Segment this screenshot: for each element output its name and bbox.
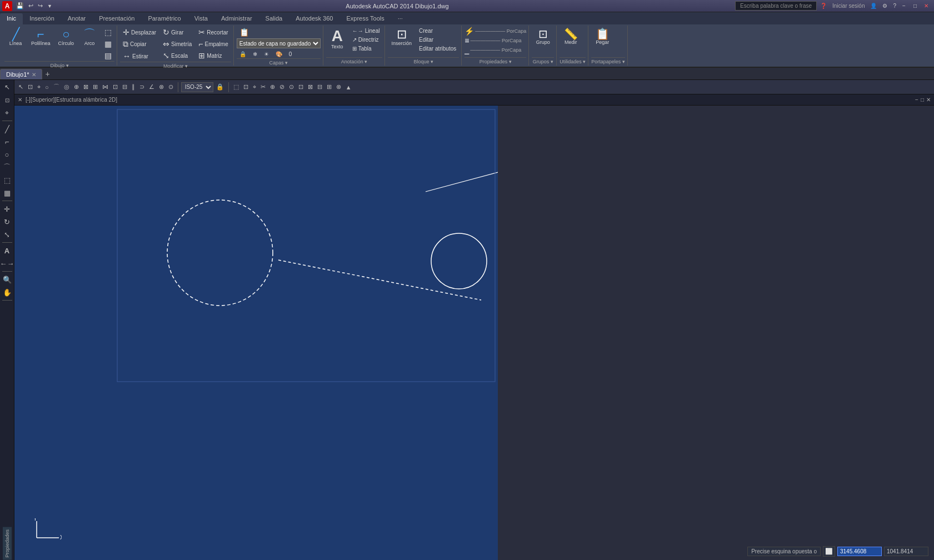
st-btn9[interactable]: ⊞ <box>91 83 99 91</box>
tool-line[interactable]: ╱ <box>1 123 13 135</box>
lineal-button[interactable]: ←→ Lineal <box>349 27 383 35</box>
doc-tab-close[interactable]: ✕ <box>32 72 36 78</box>
polilinea-button[interactable]: ⌐ Polilínea <box>28 27 54 48</box>
tool-zoom[interactable]: 🔍 <box>1 273 13 286</box>
st-view11[interactable]: ⊞ <box>325 83 333 91</box>
login-button[interactable]: Iniciar sesión <box>830 2 867 9</box>
tab-anotar[interactable]: Anotar <box>61 13 92 24</box>
girar-button[interactable]: ↻ Girar <box>160 27 194 38</box>
st-btn8[interactable]: ⊠ <box>82 83 90 91</box>
tool-select[interactable]: ↖ <box>1 81 13 93</box>
tab-inic[interactable]: Inic <box>0 13 23 24</box>
tab-insercion[interactable]: Inserción <box>23 13 61 24</box>
undo-button[interactable]: ↩ <box>27 2 35 10</box>
texto-button[interactable]: A Texto <box>326 27 348 51</box>
settings-icon[interactable]: ⚙ <box>880 2 890 9</box>
doc-tab-dibujo1[interactable]: Dibujo1* ✕ <box>0 69 42 79</box>
st-view13[interactable]: ▲ <box>344 83 353 91</box>
st-btn12[interactable]: ⊟ <box>121 83 129 91</box>
recortar-button[interactable]: ✂ Recortar <box>196 27 231 38</box>
layer-color[interactable]: 🎨 <box>273 50 285 58</box>
coord-dropdown[interactable]: ⬜ <box>823 546 835 557</box>
st-view9[interactable]: ⊠ <box>306 83 314 91</box>
app-icon[interactable]: A <box>2 1 12 11</box>
drawing-close-btn[interactable]: ✕ <box>926 97 931 103</box>
st-view10[interactable]: ⊟ <box>316 83 324 91</box>
estirar-button[interactable]: ↔ Estirar <box>120 51 159 62</box>
st-view2[interactable]: ⊡ <box>242 83 250 91</box>
hatch-button[interactable]: ▦ <box>102 38 114 49</box>
st-scale-lock[interactable]: 🔒 <box>214 83 226 91</box>
matriz-button[interactable]: ⊞ Matriz <box>196 50 231 61</box>
capas-manager[interactable]: 📋 <box>237 27 321 38</box>
layer-prop[interactable]: ☀ <box>261 50 272 58</box>
st-view5[interactable]: ⊕ <box>268 83 277 91</box>
st-view12[interactable]: ⊗ <box>334 83 343 91</box>
list-button[interactable]: ≡ <box>464 36 469 45</box>
gradient-button[interactable]: ▤ <box>102 50 114 61</box>
directriz-button[interactable]: ↗ Directriz <box>349 36 383 44</box>
tab-parametrico[interactable]: Paramétrico <box>141 13 187 24</box>
coord-x-input[interactable] <box>837 547 882 556</box>
desplazar-button[interactable]: ✛ Desplazar <box>120 27 159 38</box>
save-button[interactable]: 💾 <box>14 2 26 10</box>
tool-rotate[interactable]: ↻ <box>1 216 13 228</box>
tab-autodesk360[interactable]: Autodesk 360 <box>289 13 339 24</box>
tool-move[interactable]: ✛ <box>1 203 13 215</box>
redo-button[interactable]: ↪ <box>36 2 44 10</box>
copiar-button[interactable]: ⧉ Copiar <box>120 38 159 50</box>
scale-select[interactable]: ISO-25 <box>181 82 213 92</box>
arco-button[interactable]: ⌒ Arco <box>78 27 101 48</box>
st-btn10[interactable]: ⋈ <box>101 83 110 91</box>
st-btn7[interactable]: ⊕ <box>72 83 81 91</box>
editar-button[interactable]: Editar <box>416 36 459 44</box>
st-view1[interactable]: ⬚ <box>232 83 241 91</box>
circulo-button[interactable]: ○ Círculo <box>55 27 78 48</box>
drawing-canvas[interactable]: X Y <box>14 106 498 560</box>
drawing-max-btn[interactable]: □ <box>921 97 924 103</box>
st-view4[interactable]: ✂ <box>259 83 267 91</box>
medir-button[interactable]: 📏 Medir <box>560 27 582 47</box>
tool-text[interactable]: A <box>1 244 13 257</box>
tool-select2[interactable]: ⊡ <box>1 94 13 106</box>
tab-administrar[interactable]: Administrar <box>214 13 259 24</box>
minimize-button[interactable]: − <box>898 1 910 11</box>
pegar-button[interactable]: 📋 Pegar <box>591 27 613 47</box>
coord-y-input[interactable] <box>884 547 928 556</box>
editar-atrib-button[interactable]: Editar atributos <box>416 44 459 53</box>
st-btn3[interactable]: ⌖ <box>36 83 42 91</box>
empalme-button[interactable]: ⌐ Empalme <box>196 38 231 49</box>
st-btn11[interactable]: ⊡ <box>111 83 119 91</box>
st-btn6[interactable]: ◎ <box>62 83 71 91</box>
st-btn2[interactable]: ⊡ <box>26 83 34 91</box>
tool-polyline[interactable]: ⌐ <box>1 136 13 148</box>
tool-dim[interactable]: ←→ <box>1 257 13 269</box>
st-btn1[interactable]: ↖ <box>17 83 25 91</box>
st-btn5[interactable]: ⌒ <box>52 82 61 92</box>
tab-express-tools[interactable]: Express Tools <box>339 13 391 24</box>
tab-vista[interactable]: Vista <box>188 13 214 24</box>
st-view6[interactable]: ⊘ <box>278 83 286 91</box>
tool-hatch[interactable]: ▦ <box>1 187 13 199</box>
layer-iso[interactable]: 🔒 <box>237 50 249 58</box>
dropdown-arrow[interactable]: ▼ <box>46 3 54 9</box>
tab-more[interactable]: ··· <box>391 13 409 24</box>
tool-circle[interactable]: ○ <box>1 148 13 161</box>
search-box[interactable]: Escriba palabra clave o frase <box>735 1 817 11</box>
linea-button[interactable]: ╱ Línea <box>4 27 27 48</box>
tool-pan[interactable]: ✋ <box>1 286 13 298</box>
tool-rect[interactable]: ⬚ <box>1 174 13 186</box>
rect-button[interactable]: ⬚ <box>102 27 114 38</box>
st-btn17[interactable]: ⊙ <box>167 83 175 91</box>
tool-arc[interactable]: ⌒ <box>1 161 13 173</box>
help-icon[interactable]: ❓ <box>818 2 829 9</box>
st-btn14[interactable]: ⊃ <box>138 83 146 91</box>
crear-button[interactable]: Crear <box>416 27 459 35</box>
simetria-button[interactable]: ⇔ Simetría <box>160 38 194 49</box>
st-btn16[interactable]: ⊗ <box>157 83 166 91</box>
drawing-min-btn[interactable]: − <box>915 97 918 103</box>
st-btn13[interactable]: ∥ <box>130 83 137 91</box>
layer-freeze[interactable]: ❄ <box>250 50 260 58</box>
help-icon2[interactable]: ? <box>891 2 898 9</box>
st-view3[interactable]: ⌖ <box>251 83 258 91</box>
